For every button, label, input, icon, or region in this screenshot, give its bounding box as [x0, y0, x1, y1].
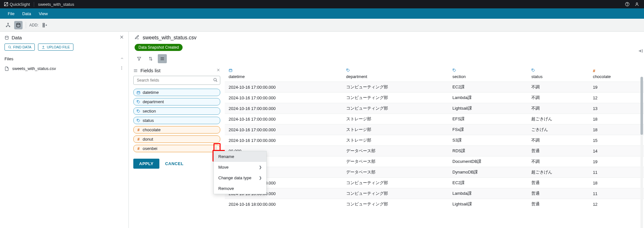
edit-name-button[interactable] [135, 35, 139, 41]
svg-rect-24 [229, 69, 232, 72]
cell-section: EC2課 [449, 178, 527, 188]
tag-icon [136, 109, 141, 113]
table-row[interactable]: 2024-10-16 17:00:00.000ストレージ部S3課不調15 [225, 135, 644, 146]
search-icon [8, 45, 12, 49]
upload-file-button[interactable]: UPLOAD FILE [38, 44, 73, 51]
schema-view-button[interactable] [4, 21, 12, 29]
user-icon[interactable] [634, 1, 640, 7]
cell-chocolate: 18 [589, 124, 644, 135]
svg-point-11 [5, 36, 8, 37]
brand[interactable]: QuickSight [4, 2, 34, 7]
field-chip-chocolate[interactable]: #chocolate [133, 126, 220, 134]
svg-point-18 [137, 101, 138, 102]
center-area: sweets_with_status.csv Data Snapshot Cre… [129, 32, 644, 228]
ctx-remove[interactable]: Remove [214, 183, 266, 194]
brand-label: QuickSight [10, 2, 30, 7]
field-name: datetime [143, 90, 217, 95]
cell-section: Lightsail課 [449, 199, 527, 210]
chevron-up-icon[interactable] [120, 56, 124, 61]
table-row[interactable]: 2024-10-16 18:00:00.000コンピューティング部Lightsa… [225, 199, 644, 210]
cell-status: 普通 [527, 146, 589, 156]
collapse-right-button[interactable] [637, 46, 644, 55]
menu-view[interactable]: View [35, 11, 52, 16]
cancel-button[interactable]: CANCEL [165, 159, 184, 169]
files-header[interactable]: Files [0, 55, 128, 63]
table-row[interactable]: 00.000データベース部DynamoDB課超ごきげん11 [225, 167, 644, 178]
file-more-button[interactable] [119, 66, 124, 71]
file-row[interactable]: sweets_with_status.csv [0, 63, 128, 74]
cell-chocolate: 18 [589, 178, 644, 188]
find-data-button[interactable]: FIND DATA [5, 44, 35, 51]
table-row[interactable]: 2024-10-16 17:00:00.000コンピューティング部Lightsa… [225, 103, 644, 114]
table-view-button[interactable] [14, 21, 23, 29]
field-chip-department[interactable]: department [133, 98, 220, 105]
ctx-change-type[interactable]: Change data type❯ [214, 173, 266, 183]
cell-section: FSx課 [449, 124, 527, 135]
search-fields-input[interactable] [133, 76, 220, 85]
table-row[interactable]: 2024-10-16 17:00:00.000コンピューティング部Lambda課… [225, 93, 644, 103]
table-scrollbar[interactable] [640, 77, 643, 228]
table-row[interactable]: 2024-10-16 17:00:00.000コンピューティング部EC2課不調1… [225, 82, 644, 93]
svg-point-16 [214, 78, 216, 81]
cell-datetime: 2024-10-16 17:00:00.000 [225, 124, 342, 135]
svg-point-15 [121, 69, 122, 70]
table-row[interactable]: 2024-10-16 17:00:00.000ストレージ部EFS課超ごきげん18 [225, 114, 644, 124]
toolbar-add-label: ADD: [29, 23, 39, 27]
file-name: sweets_with_status.csv [12, 66, 116, 71]
cell-department: コンピューティング部 [342, 82, 449, 93]
close-fields-button[interactable] [216, 68, 220, 73]
field-name: chocolate [143, 127, 217, 132]
sort-button[interactable] [146, 54, 155, 63]
ctx-move[interactable]: Move❯ [214, 162, 266, 173]
col-chocolate[interactable]: #chocolate [589, 66, 644, 82]
cell-datetime: 2024-10-16 17:00:00.000 [225, 135, 342, 146]
ctx-rename[interactable]: Rename [214, 151, 266, 162]
field-more-button[interactable] [214, 146, 218, 151]
col-department[interactable]: department [342, 66, 449, 82]
cell-department: ストレージ部 [342, 135, 449, 146]
dataset-name: sweets_with_status [34, 2, 74, 7]
menu-file[interactable]: File [4, 11, 18, 16]
cell-datetime: 2024-10-16 18:00:00.000 [225, 199, 342, 210]
fields-button[interactable] [158, 54, 167, 63]
menu-bar: File Data View [0, 8, 644, 19]
data-table-wrap[interactable]: datetimedepartmentsectionstatus#chocolat… [225, 66, 644, 228]
cell-status: 普通 [527, 178, 589, 188]
cell-section: EC2課 [449, 82, 527, 93]
field-chip-status[interactable]: status [133, 117, 220, 124]
cell-department: コンピューティング部 [342, 188, 449, 199]
field-chip-datetime[interactable]: datetime [133, 89, 220, 96]
add-data-button[interactable] [41, 21, 49, 29]
col-label: department [346, 74, 367, 79]
cell-section: Lambda課 [449, 93, 527, 103]
col-status[interactable]: status [527, 66, 589, 82]
table-row[interactable]: 00.000データベース部DocumentDB課不調19 [225, 156, 644, 167]
field-chip-section[interactable]: section [133, 107, 220, 115]
svg-rect-8 [43, 23, 44, 24]
menu-data[interactable]: Data [18, 11, 35, 16]
svg-point-21 [216, 147, 216, 147]
tag-icon [531, 68, 585, 73]
cell-department: データベース部 [342, 146, 449, 156]
svg-point-7 [17, 23, 20, 25]
hash-icon: # [136, 128, 141, 132]
table-row[interactable]: 2024-10-16 17:00:00.000ストレージ部FSx課ごきげん18 [225, 124, 644, 135]
close-data-panel-button[interactable] [119, 35, 124, 40]
help-icon[interactable] [624, 1, 630, 7]
field-chip-osenbei[interactable]: #osenbei [133, 145, 220, 152]
tag-icon [136, 100, 141, 104]
table-row[interactable]: 2024-10-16 18:00:00.000コンピューティング部Lambda課… [225, 188, 644, 199]
data-table: datetimedepartmentsectionstatus#chocolat… [225, 66, 644, 209]
filter-button[interactable] [135, 54, 144, 63]
field-chip-donut[interactable]: #donut [133, 135, 220, 143]
apply-button[interactable]: APPLY [133, 159, 159, 169]
svg-point-14 [121, 68, 122, 68]
cell-chocolate: 15 [589, 135, 644, 146]
table-row[interactable]: 00.000データベース部RDS課普通14 [225, 146, 644, 156]
col-datetime[interactable]: datetime [225, 66, 342, 82]
field-name: department [143, 99, 217, 104]
col-section[interactable]: section [449, 66, 527, 82]
cell-department: ストレージ部 [342, 124, 449, 135]
table-row[interactable]: 2024-10-16 18:00:00.000コンピューティング部EC2課普通1… [225, 178, 644, 188]
snapshot-badge: Data Snapshot Created [135, 44, 183, 51]
